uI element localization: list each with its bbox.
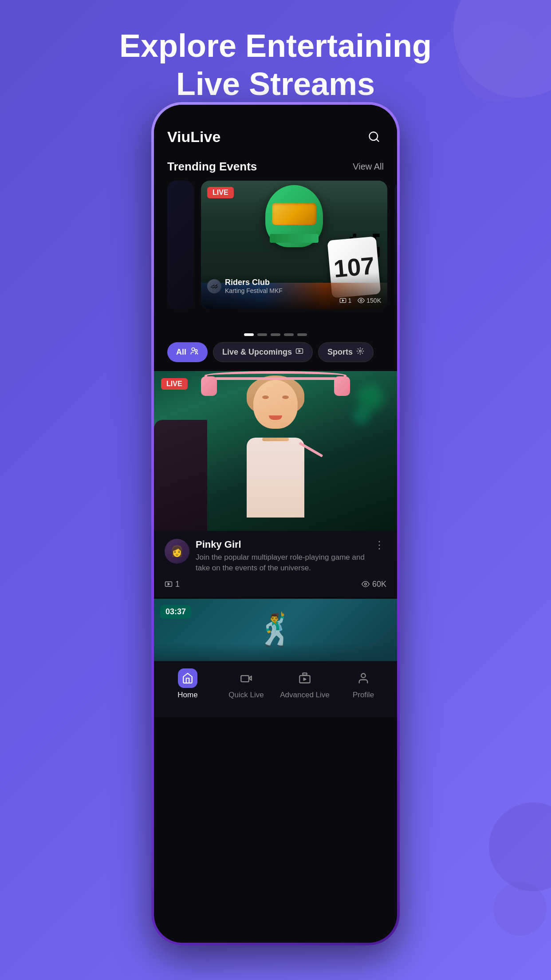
streamer-name: Riders Club [225,278,283,287]
filter-tab-all[interactable]: All [167,342,208,362]
viewers-stat: 150K [358,297,381,304]
trending-cards-row: 107 LIVE 🏎 Riders Club Karting F [167,181,397,327]
helmet-stripe [270,234,319,243]
streamer-name-group: Riders Club Karting Festival MKF [225,278,283,294]
girl-mouth [269,415,282,420]
nav-item-home[interactable]: Home [158,668,217,699]
card-stats: 1 150K [207,297,381,304]
filter-sports-icon [356,347,364,357]
girl-necklace [262,438,289,441]
video-count: 1 [348,297,352,304]
filter-all-label: All [176,348,186,357]
search-button[interactable] [364,127,384,146]
phone-mockup: ViuLive Trending Events View All [151,102,400,945]
stream-more-button[interactable]: ⋮ [372,539,386,551]
trending-section-header: Trending Events View All [154,155,397,181]
preview-time-badge: 03:37 [160,605,191,619]
streamer-avatar-small: 🏎 [207,279,221,293]
quick-live-icon [236,668,256,688]
nav-item-advanced-live[interactable]: Advanced Live [276,668,334,699]
card-info: 🏎 Riders Club Karting Festival MKF 1 [201,273,387,309]
svg-line-1 [376,139,378,141]
background-figure [154,420,207,531]
streamer-avatar-main[interactable]: 👩 [165,539,189,564]
trending-card-main[interactable]: 107 LIVE 🏎 Riders Club Karting F [201,181,387,309]
girl-eye-left [262,395,269,399]
helmet-circle [265,185,323,247]
advanced-live-label: Advanced Live [280,691,330,699]
profile-label: Profile [353,691,374,699]
bottom-navigation: Home Quick Live [154,661,397,717]
filter-tabs: All Live & Upcomings Sports [154,342,397,371]
svg-point-6 [195,350,197,352]
girl-body [247,438,304,518]
video-count-stat: 1 [339,297,352,304]
viewers-count-trending: 150K [366,297,381,304]
trending-title: Trending Events [167,160,257,174]
nav-item-profile[interactable]: Profile [334,668,393,699]
svg-point-15 [361,673,365,677]
helmet-visor [272,203,316,225]
girl-head [253,380,298,429]
home-icon [178,668,197,688]
live-badge-trending: LIVE [207,187,234,198]
decorative-blob-br [493,882,547,936]
svg-point-12 [365,583,367,585]
preview-gradient [154,643,397,661]
svg-marker-3 [342,300,343,301]
svg-rect-13 [241,676,249,682]
headphone-band [205,371,346,380]
dot-4 [284,333,294,336]
preview-card[interactable]: 🕺 03:37 [154,599,397,661]
trending-card-left-partial[interactable] [167,181,194,309]
filter-live-icon [295,347,303,357]
nav-item-quick-live[interactable]: Quick Live [217,668,276,699]
headphone-cup-right [334,376,350,396]
stream-bg [154,371,397,531]
avatar-emoji: 👩 [170,545,184,557]
stream-description: Join the popular multiplayer role-playin… [196,552,366,573]
filter-live-label: Live & Upcomings [222,348,292,357]
advanced-live-icon [295,668,315,688]
dot-2 [257,333,267,336]
page-hero: Explore Entertaining Live Streams [0,27,551,103]
helmet-visual [259,185,330,261]
profile-icon [354,668,373,688]
stream-thumbnail: LIVE [154,371,397,531]
app-header: ViuLive [154,105,397,155]
hero-title: Explore Entertaining Live Streams [0,27,551,103]
live-badge-stream: LIVE [161,378,188,390]
filter-all-icon [190,347,199,358]
stream-video-count: 1 [165,580,180,589]
filter-tab-live-upcomings[interactable]: Live & Upcomings [213,342,313,362]
trending-card-right-partial[interactable]: Ste... [394,181,397,309]
quick-live-label: Quick Live [228,691,264,699]
svg-point-4 [360,300,362,301]
headphone-cup-left [201,376,217,396]
girl-eye-right [282,395,289,399]
view-all-button[interactable]: View All [353,162,384,172]
home-label: Home [177,691,197,699]
filter-tab-sports[interactable]: Sports [318,342,374,362]
svg-point-9 [359,350,362,352]
trending-slider[interactable]: 107 LIVE 🏎 Riders Club Karting F [154,181,397,327]
phone-screen: ViuLive Trending Events View All [154,105,397,943]
svg-point-5 [192,348,195,351]
dancer-figure: 🕺 [256,612,295,648]
stream-title: Pinky Girl [196,539,366,550]
dot-3 [271,333,280,336]
stream-card[interactable]: LIVE 👩 Pinky Girl Join the popular multi… [154,371,397,597]
stream-viewers-text: 60K [372,580,386,589]
stream-viewers: 60K [362,580,386,589]
stream-bottom-row: 1 60K [165,580,386,589]
phone-outer-border: ViuLive Trending Events View All [151,102,400,945]
svg-marker-11 [168,583,170,585]
bokeh-light-2 [353,407,370,424]
streamer-figure [218,380,333,531]
dot-5 [297,333,307,336]
card-streamer-row: 🏎 Riders Club Karting Festival MKF [207,278,381,294]
filter-sports-label: Sports [327,348,353,357]
dot-1 [244,333,254,336]
stream-top-row: 👩 Pinky Girl Join the popular multiplaye… [165,539,386,573]
pagination-dots [154,327,397,342]
